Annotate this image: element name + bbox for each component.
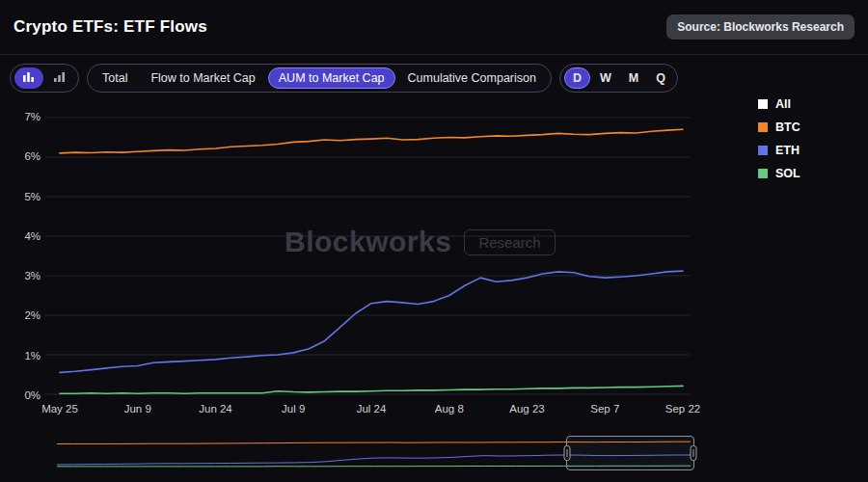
main-chart (45, 108, 690, 404)
legend-label-eth: ETH (775, 144, 800, 157)
x-tick-label: Aug 8 (435, 403, 464, 415)
y-tick-label: 0% (24, 389, 41, 401)
y-tick-label: 5% (24, 191, 41, 202)
brush-handle-right[interactable] (691, 445, 697, 461)
x-tick-label: Sep 7 (590, 403, 619, 415)
x-tick-label: Jun 9 (124, 403, 151, 415)
toolbar: Total Flow to Market Cap AUM to Market C… (10, 64, 678, 93)
y-tick-label: 3% (24, 270, 41, 281)
y-tick-label: 1% (24, 350, 41, 362)
legend-label-sol: SOL (775, 167, 800, 180)
x-tick-label: Jul 9 (282, 403, 305, 415)
legend-label-all: All (775, 97, 791, 111)
y-axis: 7% 6% 5% 4% 3% 2% 1% 0% (10, 111, 41, 401)
x-tick-label: Aug 23 (509, 403, 544, 415)
bar-chart-icon (22, 69, 36, 87)
legend-label-btc: BTC (775, 120, 800, 134)
timeframe-q[interactable]: Q (648, 67, 673, 89)
legend-item-all[interactable]: All (758, 97, 800, 111)
y-tick-label: 4% (24, 230, 41, 242)
bar-chart-asc-button[interactable] (45, 67, 74, 89)
timeframe-d[interactable]: D (564, 67, 590, 89)
legend-swatch-all (758, 99, 768, 109)
legend-swatch-eth (758, 146, 768, 155)
y-tick-label: 7% (24, 111, 41, 122)
legend-item-btc[interactable]: BTC (758, 120, 800, 134)
y-tick-label: 6% (24, 150, 41, 162)
page-title: Crypto ETFs: ETF Flows (14, 17, 207, 37)
tab-cumulative-comparison[interactable]: Cumulative Comparison (397, 67, 547, 89)
bar-chart-button[interactable] (14, 67, 43, 89)
timeframe-group: D W M Q (559, 64, 678, 93)
y-tick-label: 2% (24, 309, 41, 321)
tab-aum-to-market-cap[interactable]: AUM to Market Cap (268, 67, 395, 89)
bar-chart-asc-icon (53, 69, 67, 87)
legend-swatch-sol (758, 169, 768, 178)
source-badge: Source: Blockworks Research (666, 14, 854, 40)
metric-tabs: Total Flow to Market Cap AUM to Market C… (87, 64, 552, 93)
x-tick-label: Jul 24 (357, 403, 387, 415)
legend: All BTC ETH SOL (758, 97, 800, 180)
timeframe-w[interactable]: W (592, 67, 619, 89)
legend-item-eth[interactable]: ETH (758, 144, 800, 157)
x-tick-label: Sep 22 (665, 403, 700, 415)
x-axis: May 25 Jun 9 Jun 24 Jul 9 Jul 24 Aug 8 A… (45, 403, 690, 416)
tab-total[interactable]: Total (92, 67, 138, 89)
navigator-brush[interactable] (566, 436, 694, 470)
x-tick-label: May 25 (41, 403, 78, 415)
legend-swatch-btc (758, 122, 768, 132)
header: Crypto ETFs: ETF Flows Source: Blockwork… (0, 0, 868, 55)
timeframe-m[interactable]: M (621, 67, 646, 89)
tab-flow-to-market-cap[interactable]: Flow to Market Cap (140, 67, 265, 89)
chart-type-group (10, 64, 79, 93)
app: Crypto ETFs: ETF Flows Source: Blockwork… (0, 0, 868, 482)
brush-handle-left[interactable] (564, 445, 571, 461)
legend-item-sol[interactable]: SOL (758, 167, 800, 180)
navigator[interactable] (53, 436, 694, 470)
x-tick-label: Jun 24 (199, 403, 232, 415)
